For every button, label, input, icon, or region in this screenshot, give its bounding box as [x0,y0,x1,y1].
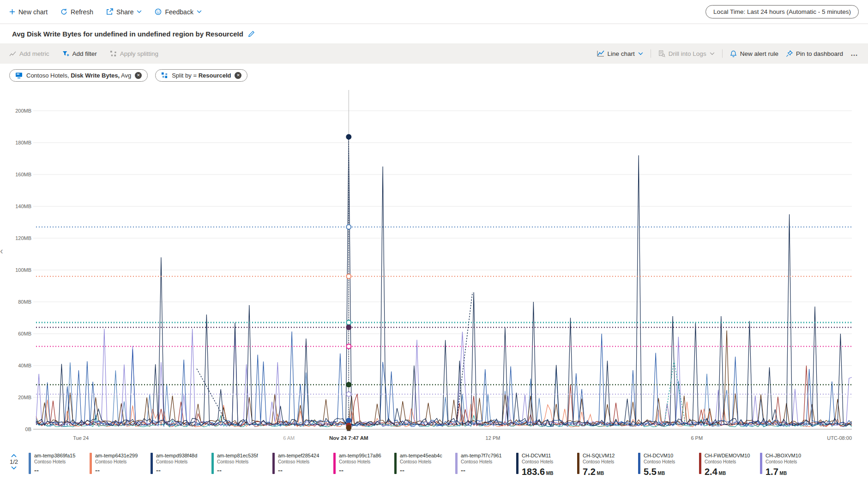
chevron-down-icon [638,52,643,55]
legend-series-scope: Contoso Hotels [766,459,801,465]
legend-item[interactable]: am-tempe45eab4cContoso Hotels-- [393,452,452,479]
add-filter-button[interactable]: Add filter [62,50,97,57]
legend-page-up-icon[interactable] [11,454,17,457]
filter-pills-row: Contoso Hotels, Disk Write Bytes, Avg ✕ … [0,64,868,85]
svg-text:140MB: 140MB [15,204,31,209]
legend-color-bar [760,453,762,474]
legend-item[interactable]: am-temp7f7c7961Contoso Hotels-- [454,452,512,479]
legend-series-name: CH-JBOXVM10 [766,453,801,459]
legend-series-value: 1.7 MB [766,466,801,478]
add-metric-button[interactable]: Add metric [9,50,49,57]
legend-series-name: am-temp7f7c7961 [461,453,502,459]
more-options-icon[interactable]: … [850,49,859,58]
svg-text:0B: 0B [25,426,31,432]
legend-color-bar [394,453,397,474]
logs-icon [658,50,665,57]
toolbar-separator [722,49,723,58]
legend-item[interactable]: am-tempd938f48dContoso Hotels-- [150,452,208,479]
remove-metric-icon[interactable]: ✕ [135,72,142,79]
legend-item[interactable]: am-temp99c17a86Contoso Hotels-- [332,452,391,479]
legend-series-scope: Contoso Hotels [339,459,381,465]
share-icon [106,8,113,15]
legend-item[interactable]: CH-DCVM10Contoso Hotels5.5 MB [637,452,695,479]
legend-item[interactable]: am-temp6431e299Contoso Hotels-- [89,452,147,479]
svg-text:100MB: 100MB [15,267,31,273]
drill-into-logs-label: Drill into Logs [669,50,706,57]
svg-text:160MB: 160MB [15,172,31,177]
metric-pill[interactable]: Contoso Hotels, Disk Write Bytes, Avg ✕ [9,69,148,82]
pin-icon [786,50,793,57]
apply-splitting-button[interactable]: Apply splitting [110,50,158,57]
new-chart-button[interactable]: New chart [9,8,48,16]
legend-series-value: 5.5 MB [644,466,675,478]
legend-item[interactable]: CH-JBOXVM10Contoso Hotels1.7 MB [759,452,817,479]
apply-splitting-icon [110,50,117,57]
legend-series-name: CH-DCVM10 [644,453,675,459]
metric-pill-aggregation: Avg [121,72,131,79]
metric-pill-scope: Contoso Hotels, [26,72,69,79]
refresh-icon [60,8,67,15]
legend-series-name: am-temp99c17a86 [339,453,381,459]
legend-series-name: CH-FWDEMOVM10 [705,453,750,459]
legend-item[interactable]: am-tempef285424Contoso Hotels-- [271,452,330,479]
split-pill-label: Split by [172,72,192,79]
chevron-down-icon [710,52,715,55]
split-icon [161,72,168,79]
legend-series-unit: MB [778,471,787,476]
legend-series-value: 7.2 MB [583,466,615,478]
chart-type-selector[interactable]: Line chart [597,50,643,57]
feedback-button[interactable]: Feedback [155,8,201,16]
legend-color-bar [151,453,153,474]
drill-into-logs-button[interactable]: Drill into Logs [658,50,715,57]
time-range-picker[interactable]: Local Time: Last 24 hours (Automatic - 5… [705,5,859,18]
split-pill[interactable]: Split by = ResourceId ✕ [155,69,247,82]
legend-color-bar [699,453,701,474]
title-row: Avg Disk Write Bytes for undefined in un… [0,24,868,43]
legend-series-name: am-tempef285424 [278,453,319,459]
svg-text:120MB: 120MB [15,235,31,241]
azure-metrics-explorer: New chart Refresh Share Feedback Local T… [0,0,868,479]
edit-title-icon[interactable] [248,30,255,37]
legend-series-scope: Contoso Hotels [644,459,675,465]
add-metric-icon [9,51,16,57]
legend-series-name: CH-SQLVM12 [583,453,615,459]
legend-series-scope: Contoso Hotels [400,459,442,465]
legend-color-bar [211,453,214,474]
legend-series-unit: MB [545,471,553,476]
pin-to-dashboard-label: Pin to dashboard [796,50,843,57]
legend-color-bar [577,453,579,474]
legend-color-bar [516,453,518,474]
legend-color-bar [455,453,458,474]
svg-text:40MB: 40MB [18,363,31,368]
toolbar-separator [651,49,651,58]
metrics-line-chart[interactable]: 0B20MB40MB60MB80MB100MB120MB140MB160MB18… [0,85,868,450]
legend-items: am-temp3869fa15Contoso Hotels--am-temp64… [28,452,817,479]
svg-text:Tue 24: Tue 24 [73,435,89,441]
chevron-down-icon [197,10,202,13]
legend-color-bar [333,453,336,474]
svg-text:12 PM: 12 PM [486,435,500,441]
share-label: Share [116,8,133,16]
legend-series-unit: MB [657,471,665,476]
legend-series-value: 2.4 MB [705,466,750,478]
legend-item[interactable]: am-temp3869fa15Contoso Hotels-- [28,452,86,479]
legend-series-name: am-temp3869fa15 [34,453,75,459]
monitor-icon [15,72,23,78]
legend-pager: 1/2 [5,452,23,470]
legend-series-value: 183.6 MB [522,466,553,478]
share-button[interactable]: Share [106,8,142,16]
new-alert-rule-button[interactable]: New alert rule [730,50,778,57]
legend-item[interactable]: am-temp81ec535fContoso Hotels-- [211,452,269,479]
svg-text:Nov 24 7:47 AM: Nov 24 7:47 AM [329,435,368,441]
legend-item[interactable]: CH-DCVM11Contoso Hotels183.6 MB [515,452,573,479]
split-pill-text: Split by = ResourceId [172,72,231,79]
legend-item[interactable]: CH-SQLVM12Contoso Hotels7.2 MB [576,452,634,479]
scroll-left-chevron[interactable]: ‹ [0,246,3,255]
refresh-label: Refresh [71,8,93,16]
legend-series-name: am-tempe45eab4c [400,453,442,459]
legend-page-down-icon[interactable] [11,466,17,470]
refresh-button[interactable]: Refresh [60,8,93,16]
pin-to-dashboard-button[interactable]: Pin to dashboard [786,50,843,57]
legend-item[interactable]: CH-FWDEMOVM10Contoso Hotels2.4 MB [698,452,756,479]
remove-split-icon[interactable]: ✕ [235,72,241,79]
